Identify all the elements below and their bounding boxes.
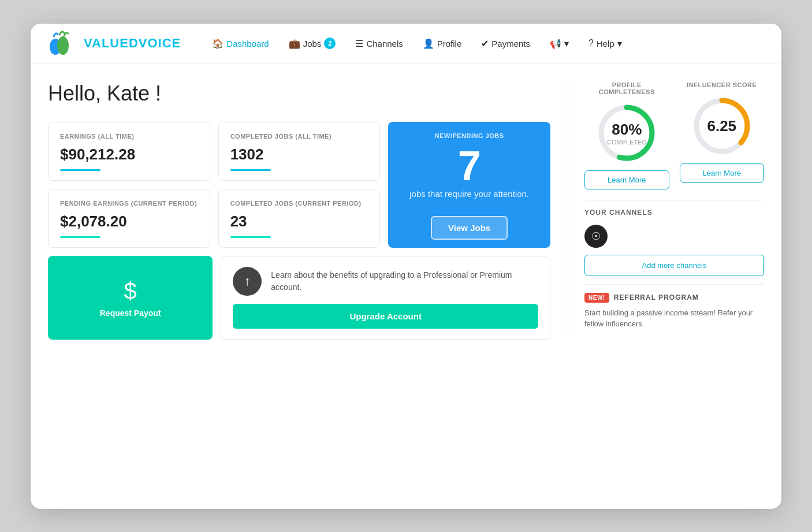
pending-earnings-card: PENDING EARNINGS (CURRENT PERIOD) $2,078… <box>48 189 210 248</box>
influencer-learn-more-button[interactable]: Learn More <box>680 163 765 183</box>
profile-completeness-block: PROFILE COMPLETENESS 80% COMPLETED Learn… <box>584 81 669 189</box>
pending-count: 7 <box>458 145 481 187</box>
app-window: VALUEDVOICE 🏠 Dashboard 💼 Jobs 2 ☰ Chann… <box>31 24 781 509</box>
arrow-up-icon: ↑ <box>244 274 251 289</box>
profile-completeness-label: PROFILE COMPLETENESS <box>584 81 669 95</box>
profile-learn-more-button[interactable]: Learn More <box>584 170 669 189</box>
chevron-down-icon-help: ▾ <box>617 38 622 49</box>
completed-current-card: COMPLETED JOBS (CURRENT PERIOD) 23 <box>218 189 381 248</box>
add-channels-button[interactable]: Add more channels <box>584 255 764 276</box>
jobs-icon: 💼 <box>289 38 300 49</box>
upgrade-arrow-icon: ↑ <box>233 267 262 296</box>
left-panel: Hello, Kate ! EARNINGS (ALL TIME) $90,21… <box>48 81 568 340</box>
pending-jobs-card: NEW/PENDING JOBS 7 jobs that require you… <box>388 122 550 248</box>
logo-text: VALUEDVOICE <box>84 36 181 51</box>
profile-icon: 👤 <box>423 38 434 49</box>
upgrade-button[interactable]: Upgrade Account <box>233 304 538 329</box>
influencer-score-label: INFLUENCER SCORE <box>687 81 757 88</box>
earnings-underline <box>60 169 100 171</box>
main-content: Hello, Kate ! EARNINGS (ALL TIME) $90,21… <box>31 64 781 351</box>
logo-icon <box>48 28 78 58</box>
earnings-value: $90,212.28 <box>60 146 198 163</box>
view-jobs-button[interactable]: View Jobs <box>431 216 508 240</box>
profile-completeness-value: 80% <box>607 120 646 138</box>
announcements-icon: 📢 <box>550 38 561 49</box>
influencer-score-value: 6.25 <box>707 117 736 135</box>
payout-label: Request Payout <box>100 308 161 318</box>
rss-icon: ☉ <box>591 230 601 243</box>
pending-jobs-label: NEW/PENDING JOBS <box>435 132 504 139</box>
payout-card[interactable]: $ Request Payout <box>48 256 213 340</box>
jobs-badge: 2 <box>324 38 336 49</box>
completed-jobs-value: 1302 <box>230 146 368 163</box>
nav-channels[interactable]: ☰ Channels <box>347 35 411 53</box>
divider-2 <box>584 284 764 285</box>
right-panel: PROFILE COMPLETENESS 80% COMPLETED Learn… <box>568 81 764 340</box>
bottom-row: $ Request Payout ↑ Learn about the benef… <box>48 256 550 340</box>
channels-section: YOUR CHANNELS ☉ Add more channels <box>584 209 764 276</box>
referral-section: NEW! REFERRAL PROGRAM Start building a p… <box>584 293 764 330</box>
pending-earnings-label: PENDING EARNINGS (CURRENT PERIOD) <box>60 200 198 207</box>
svg-point-1 <box>57 36 69 55</box>
logo-area: VALUEDVOICE <box>48 28 181 58</box>
completed-current-value: 23 <box>230 213 368 230</box>
nav-links: 🏠 Dashboard 💼 Jobs 2 ☰ Channels 👤 Profil… <box>204 34 764 53</box>
completed-jobs-label: COMPLETED JOBS (ALL TIME) <box>230 133 368 140</box>
pending-desc: jobs that require your attention. <box>409 189 529 199</box>
earnings-card: EARNINGS (ALL TIME) $90,212.28 <box>48 122 210 181</box>
nav-profile[interactable]: 👤 Profile <box>415 35 470 53</box>
rss-channel-icon[interactable]: ☉ <box>584 225 608 248</box>
completed-current-underline <box>230 236 271 238</box>
pending-earnings-underline <box>60 236 100 238</box>
channel-icons: ☉ <box>584 225 764 248</box>
referral-text: Start building a passive income stream! … <box>584 307 764 330</box>
greeting: Hello, Kate ! <box>48 81 550 106</box>
divider-1 <box>584 200 764 200</box>
channels-title: YOUR CHANNELS <box>584 209 764 217</box>
nav-help[interactable]: ? Help ▾ <box>580 35 630 53</box>
gauges-row: PROFILE COMPLETENESS 80% COMPLETED Learn… <box>584 81 764 189</box>
upgrade-top: ↑ Learn about the benefits of upgrading … <box>233 267 538 296</box>
completed-jobs-card: COMPLETED JOBS (ALL TIME) 1302 <box>218 122 381 181</box>
nav-jobs[interactable]: 💼 Jobs 2 <box>281 34 344 53</box>
help-icon: ? <box>588 38 594 49</box>
profile-gauge-container: 80% COMPLETED <box>595 101 658 165</box>
nav-payments[interactable]: ✔ Payments <box>473 35 538 53</box>
influencer-score-block: INFLUENCER SCORE 6.25 Learn More <box>680 81 765 189</box>
nav-announcements[interactable]: 📢 ▾ <box>542 35 577 53</box>
earnings-label: EARNINGS (ALL TIME) <box>60 133 198 140</box>
referral-title: REFERRAL PROGRAM <box>614 293 699 302</box>
pending-earnings-value: $2,078.20 <box>60 213 198 230</box>
referral-header: NEW! REFERRAL PROGRAM <box>584 293 764 303</box>
navbar: VALUEDVOICE 🏠 Dashboard 💼 Jobs 2 ☰ Chann… <box>31 24 781 64</box>
nav-dashboard[interactable]: 🏠 Dashboard <box>204 35 277 53</box>
chevron-down-icon: ▾ <box>564 38 569 49</box>
home-icon: 🏠 <box>212 38 224 49</box>
upgrade-text: Learn about the benefits of upgrading to… <box>271 269 538 293</box>
new-badge: NEW! <box>584 293 609 303</box>
payments-icon: ✔ <box>481 38 489 49</box>
profile-completeness-sub: COMPLETED <box>607 138 646 145</box>
channels-icon: ☰ <box>355 38 363 49</box>
dollar-icon: $ <box>124 278 137 304</box>
upgrade-card: ↑ Learn about the benefits of upgrading … <box>221 256 550 340</box>
completed-jobs-underline <box>230 169 271 171</box>
stats-grid: EARNINGS (ALL TIME) $90,212.28 COMPLETED… <box>48 122 550 248</box>
influencer-gauge-container: 6.25 <box>690 94 754 158</box>
completed-current-label: COMPLETED JOBS (CURRENT PERIOD) <box>230 200 368 207</box>
